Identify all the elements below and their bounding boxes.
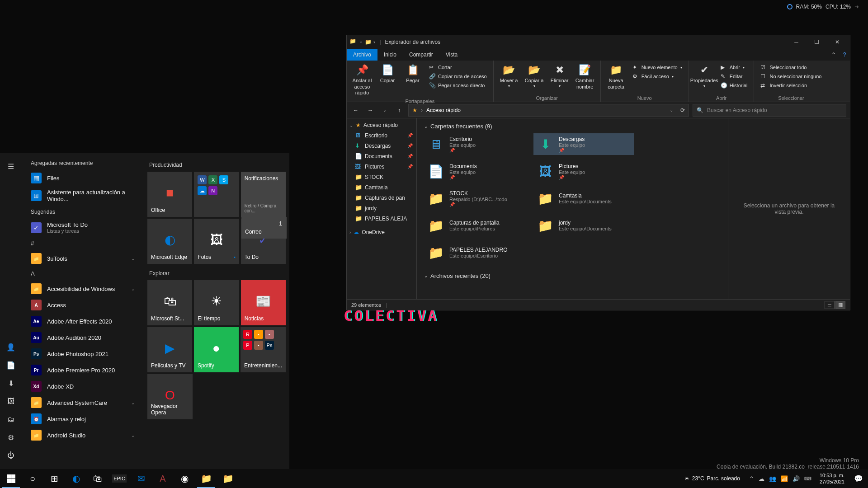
tree-item[interactable]: 🖼Pictures📌 [347, 161, 416, 172]
tray-meet-icon[interactable]: 👥 [769, 475, 776, 482]
tree-quick-access[interactable]: ⌄ ★ Acceso rápido [347, 120, 416, 130]
tree-item[interactable]: 📁jordy [347, 203, 416, 213]
app-item[interactable]: ⏰Alarmas y reloj [22, 411, 144, 427]
edit-button[interactable]: ✎Editar [719, 72, 750, 80]
folder-item[interactable]: 📁 Capturas de pantallaEste equipo\Pictur… [424, 215, 524, 236]
taskbar-folder2[interactable]: 📁 [217, 469, 239, 488]
app-todo-suggested[interactable]: ✓Microsoft To DoListas y tareas [22, 219, 144, 236]
app-item[interactable]: AAccess [22, 297, 144, 313]
file-explorer-icon[interactable]: 🗂 [0, 410, 22, 428]
start-button[interactable] [0, 469, 22, 488]
folder-item[interactable]: 📁 STOCKRespaldo (D:)\ARC...\todo📌 [424, 188, 524, 209]
tile-opera[interactable]: ONavegador Opera [147, 374, 193, 419]
app-item[interactable]: AeAdobe After Effects 2020 [22, 313, 144, 329]
refresh-button[interactable]: ⟳ [680, 107, 685, 113]
downloads-icon[interactable]: ⬇ [0, 374, 22, 392]
tray-volume-icon[interactable]: 🔊 [793, 475, 800, 482]
app-item[interactable]: 📁Advanced SystemCare⌄ [22, 394, 144, 411]
taskbar-access[interactable]: A [152, 469, 174, 488]
search-button[interactable]: ○ [22, 469, 43, 488]
app-item[interactable]: PrAdobe Premiere Pro 2020 [22, 362, 144, 378]
move-to-button[interactable]: 📂Mover a▾ [496, 62, 522, 90]
easy-access-button[interactable]: ⚙Fácil acceso▾ [631, 72, 684, 80]
tile-fotos[interactable]: 🖼Fotos▪ [194, 219, 239, 264]
recent-dropdown-button[interactable]: ⌄ [379, 105, 390, 116]
tree-item[interactable]: 📁STOCK [347, 172, 416, 182]
tree-item[interactable]: 📄Documents📌 [347, 151, 416, 161]
titlebar[interactable]: 📁 ▫ 📁 ▾ | Explorador de archivos ─ ☐ ✕ [347, 35, 850, 49]
app-files[interactable]: ▦Files [22, 170, 144, 186]
addr-dropdown-icon[interactable]: ⌄ [670, 108, 673, 113]
app-item[interactable]: 📁3uTools⌄ [22, 250, 144, 267]
letter-header[interactable]: # [22, 236, 144, 250]
task-view-button[interactable]: ⊞ [43, 469, 65, 488]
open-button[interactable]: ▶Abrir▾ [719, 63, 750, 71]
tile-store[interactable]: 🛍Microsoft St... [147, 280, 192, 325]
taskbar-edge[interactable]: ◐ [65, 469, 87, 488]
folder-item[interactable]: 📁 CamtasiaEste equipo\Documents [533, 188, 634, 209]
tab-archivo[interactable]: Archivo [347, 49, 377, 61]
documents-icon[interactable]: 📄 [0, 356, 22, 374]
copy-to-button[interactable]: 📂Copiar a▾ [522, 62, 547, 90]
forward-button[interactable]: → [365, 105, 376, 116]
tray-onedrive-icon[interactable]: ☁ [759, 475, 764, 482]
paste-button[interactable]: 📋Pegar [400, 62, 425, 86]
tree-item[interactable]: 📁PAPELES ALEJA [347, 213, 416, 224]
folder-item[interactable]: 📁 jordyEste equipo\Documents [533, 215, 634, 236]
select-all-button[interactable]: ☑Seleccionar todo [759, 63, 823, 71]
app-update-assistant[interactable]: ⊞Asistente para actualización a Windo... [22, 186, 144, 205]
taskbar-epic[interactable]: EPIC [108, 469, 130, 488]
rename-button[interactable]: 📝Cambiar nombre [572, 62, 598, 92]
app-item[interactable]: 📁Accesibilidad de Windows⌄ [22, 281, 144, 297]
taskbar-store[interactable]: 🛍 [87, 469, 108, 488]
tree-item[interactable]: ⬇Descargas📌 [347, 141, 416, 151]
folder-item[interactable]: 🖥 EscritorioEste equipo📌 [424, 133, 524, 155]
taskbar-chrome[interactable]: ◉ [174, 469, 195, 488]
back-button[interactable]: ← [350, 105, 361, 116]
pin-quick-access-button[interactable]: 📌Anclar al acceso rápido [349, 62, 375, 98]
history-button[interactable]: 🕘Historial [719, 81, 750, 89]
tree-item[interactable]: 📁Camtasia [347, 182, 416, 192]
hamburger-icon[interactable]: ☰ [0, 157, 22, 175]
letter-header[interactable]: A [22, 267, 144, 281]
tab-inicio[interactable]: Inicio [377, 49, 403, 61]
qat-dropdown-icon[interactable]: ▾ [373, 40, 375, 44]
details-view-button[interactable]: ☰ [825, 301, 835, 309]
tree-item[interactable]: 📁Capturas de pan [347, 192, 416, 203]
tile-correo[interactable]: Correo1 [241, 217, 287, 239]
qat-folder-icon[interactable]: 📁 [365, 39, 372, 45]
tile-office[interactable]: ■Office [147, 172, 192, 217]
system-tray[interactable]: ⌃ ☁ 👥 📶 🔊 ⌨ [745, 475, 815, 482]
select-none-button[interactable]: ☐No seleccionar ninguno [759, 72, 823, 80]
frequent-folders-header[interactable]: ⌄ Carpetas frecuentes (9) [424, 123, 721, 130]
stats-arrow-icon[interactable]: ➜ [854, 4, 859, 10]
copy-path-button[interactable]: 🔗Copiar ruta de acceso [427, 72, 489, 80]
minimize-button[interactable]: ─ [786, 35, 807, 49]
weather-widget[interactable]: ☀ 23°C Parc. soleado [679, 475, 745, 482]
cut-button[interactable]: ✂Cortar [427, 63, 489, 71]
new-item-button[interactable]: ✦Nuevo elemento▾ [631, 63, 684, 71]
tile-movies[interactable]: ▶Películas y TV [147, 327, 192, 372]
close-button[interactable]: ✕ [827, 35, 847, 49]
tab-vista[interactable]: Vista [439, 49, 464, 61]
tile-news[interactable]: 📰Noticias [241, 280, 286, 325]
address-bar[interactable]: ★ › Acceso rápido ⌄ ⟳ [408, 104, 689, 117]
tree-item[interactable]: 🖥Escritorio📌 [347, 130, 416, 141]
paste-shortcut-button[interactable]: 📎Pegar acceso directo [427, 81, 489, 89]
new-folder-button[interactable]: 📁Nueva carpeta [604, 62, 629, 92]
user-account-icon[interactable]: 👤 [0, 338, 22, 356]
app-item[interactable]: AuAdobe Audition 2020 [22, 329, 144, 346]
clock[interactable]: 10:53 p. m. 27/05/2021 [815, 472, 849, 485]
copy-button[interactable]: 📄Copiar [375, 62, 400, 86]
recent-files-header[interactable]: ⌄ Archivos recientes (20) [424, 272, 721, 279]
taskbar-explorer[interactable]: 📁 [195, 469, 217, 488]
folder-item[interactable]: 🖼 PicturesEste equipo📌 [533, 160, 634, 182]
tile-notifications[interactable]: NotificacionesRetiro / Compra con... [241, 172, 286, 217]
tray-language-icon[interactable]: ⌨ [804, 476, 811, 482]
help-icon[interactable]: ? [839, 49, 850, 61]
app-item[interactable]: PsAdobe Photoshop 2021 [22, 346, 144, 362]
qat-save-icon[interactable]: ▫ [360, 39, 362, 45]
invert-selection-button[interactable]: ⇄Invertir selección [759, 81, 823, 89]
tray-chevron-icon[interactable]: ⌃ [749, 475, 754, 482]
tile-weather[interactable]: ☀El tiempo [194, 280, 239, 325]
